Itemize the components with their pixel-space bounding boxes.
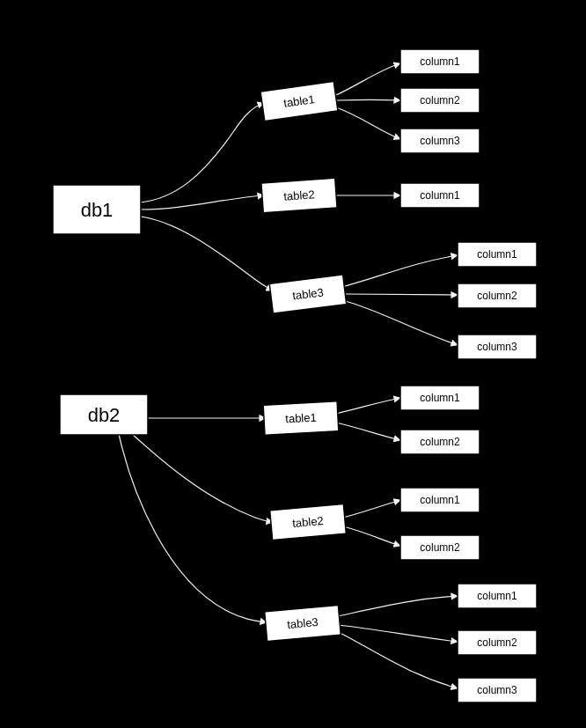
- node-db2-t2-c2: column2: [400, 535, 480, 560]
- label-db1-t3-c1: column1: [477, 248, 517, 261]
- edge-db1-t3-c3: [345, 301, 458, 345]
- label-db1-table2: table2: [283, 188, 315, 202]
- node-db2-table2: table2: [270, 504, 347, 540]
- label-db2-table1: table1: [285, 411, 317, 426]
- label-db2-t1-c2: column2: [420, 436, 460, 448]
- label-db2-t2-c2: column2: [420, 541, 460, 554]
- edge-db1-t1-c1: [336, 63, 400, 95]
- node-db2-t3-c2: column2: [458, 630, 537, 655]
- edge-db1-t3-c1: [345, 255, 458, 286]
- edge-db2-t1-c1: [336, 398, 400, 414]
- label-db2-t3-c2: column2: [477, 636, 517, 649]
- node-db2-table1: table1: [263, 401, 339, 435]
- label-db1-t3-c3: column3: [477, 341, 517, 353]
- edge-db1-t1-c2: [336, 99, 400, 100]
- database-hierarchy-diagram: db1 table1 column1 column2 column3 table…: [0, 0, 586, 728]
- node-db1-t3-c1: column1: [458, 242, 537, 267]
- label-db2-t3-c3: column3: [477, 684, 517, 696]
- label-db2-t3-c1: column1: [477, 590, 517, 602]
- edge-db2-t1-c2: [336, 423, 400, 440]
- node-db1-t1-c3: column3: [400, 129, 480, 153]
- label-db2-t1-c1: column1: [420, 392, 460, 404]
- label-db1-t1-c3: column3: [420, 135, 460, 147]
- node-db2-table3: table3: [265, 605, 341, 641]
- node-db1-table3: table3: [269, 275, 347, 313]
- label-db1: db1: [81, 199, 114, 221]
- node-db1-table2: table2: [261, 178, 337, 213]
- label-db2-t2-c1: column1: [420, 494, 460, 506]
- node-db2-t1-c2: column2: [400, 430, 480, 454]
- node-db2-t2-c1: column1: [400, 488, 480, 512]
- label-db1-t2-c1: column1: [420, 189, 460, 202]
- label-db1-t3-c2: column2: [477, 290, 517, 302]
- edge-db2-t3-c1: [338, 596, 458, 616]
- node-db1: db1: [53, 185, 141, 234]
- edge-db1-t3-c2: [345, 294, 458, 295]
- label-db1-t1-c1: column1: [420, 55, 460, 68]
- label-db2-table2: table2: [292, 514, 325, 530]
- node-db1-t3-c3: column3: [458, 335, 537, 359]
- edge-db1-t1-c3: [336, 107, 400, 139]
- edge-db2-t3-c2: [338, 625, 458, 642]
- label-db2-table3: table3: [287, 615, 319, 631]
- edge-db1-table2: [141, 195, 264, 210]
- node-db2-t3-c3: column3: [458, 678, 537, 702]
- edge-db2-table2: [132, 434, 273, 522]
- edge-db2-table3: [119, 434, 267, 622]
- label-db2: db2: [88, 404, 121, 426]
- node-db1-t2-c1: column1: [400, 183, 480, 208]
- edge-db1-table1: [141, 103, 264, 202]
- edge-db2-t3-c3: [338, 632, 458, 688]
- node-db1-t1-c2: column2: [400, 88, 480, 113]
- node-db2: db2: [60, 394, 148, 435]
- node-db1-table1: table1: [260, 81, 338, 121]
- edge-db2-t2-c2: [343, 526, 400, 546]
- edge-db2-t2-c1: [343, 500, 400, 518]
- node-db2-t1-c1: column1: [400, 386, 480, 410]
- edge-db1-table3: [141, 217, 273, 290]
- node-db1-t1-c1: column1: [400, 49, 480, 74]
- node-db1-t3-c2: column2: [458, 283, 537, 308]
- node-db2-t3-c1: column1: [458, 584, 537, 608]
- label-db1-t1-c2: column2: [420, 94, 460, 107]
